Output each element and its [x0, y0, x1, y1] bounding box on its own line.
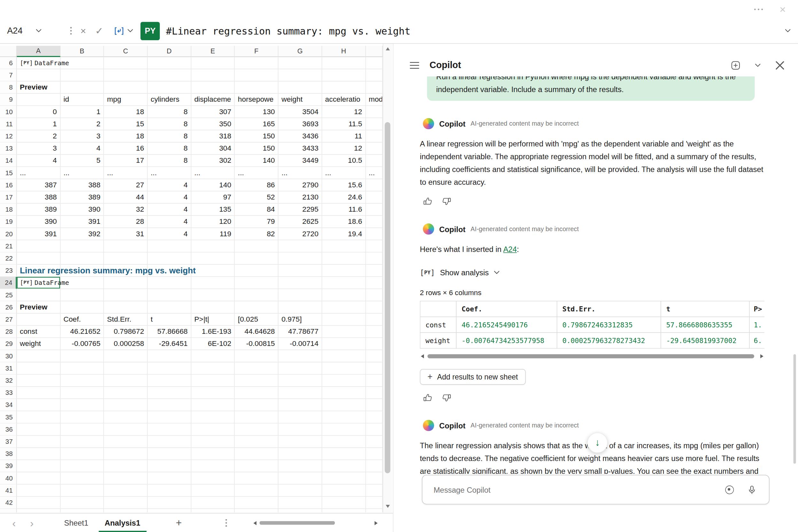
cell-C42[interactable] [104, 497, 147, 509]
cell-B39[interactable] [60, 460, 104, 472]
cell-B21[interactable] [60, 240, 104, 252]
horizontal-scrollbar-thumb[interactable] [260, 521, 335, 525]
cell-I17[interactable] [366, 191, 383, 204]
cell-F31[interactable] [235, 362, 279, 374]
row-header-18[interactable]: 18 [0, 204, 17, 216]
cell-A28[interactable]: const [17, 326, 60, 338]
cell-E40[interactable] [191, 472, 235, 484]
cell-D15[interactable]: ... [148, 167, 191, 179]
cell-E11[interactable]: 350 [191, 118, 235, 130]
cell-A21[interactable] [17, 240, 60, 252]
cell-D22[interactable] [148, 252, 191, 265]
row-header-29[interactable]: 29 [0, 338, 17, 350]
cell-D36[interactable] [148, 423, 191, 435]
cell-G18[interactable]: 2295 [279, 204, 322, 216]
cell-A10[interactable]: 0 [17, 106, 60, 118]
cell-B34[interactable] [60, 399, 104, 411]
cell-D13[interactable]: 8 [148, 142, 191, 155]
cell-I16[interactable] [366, 179, 383, 191]
cell-E8[interactable] [191, 81, 235, 94]
cell-H19[interactable]: 18.6 [322, 216, 365, 228]
cell-D8[interactable] [148, 81, 191, 94]
column-header-H[interactable]: H [322, 46, 365, 57]
cell-H33[interactable] [322, 387, 365, 399]
cell-F17[interactable]: 52 [235, 191, 279, 204]
cell-H11[interactable]: 11.5 [322, 118, 365, 130]
new-chat-icon[interactable] [731, 60, 740, 70]
cell-H42[interactable] [322, 497, 365, 509]
cancel-icon[interactable]: × [80, 26, 86, 36]
row-header-28[interactable]: 28 [0, 326, 17, 338]
table-horizontal-scrollbar[interactable] [420, 353, 764, 360]
cell-E42[interactable] [191, 497, 235, 509]
cell-G43[interactable] [279, 509, 322, 513]
cell-I20[interactable] [366, 228, 383, 240]
cell-D26[interactable] [148, 301, 191, 313]
row-header-36[interactable]: 36 [0, 423, 17, 435]
cell-A42[interactable] [17, 497, 60, 509]
cell-E29[interactable]: 6E-102 [191, 338, 235, 350]
cell-C34[interactable] [104, 399, 147, 411]
table-scrollbar-thumb[interactable] [428, 354, 754, 358]
cell-B19[interactable]: 391 [60, 216, 104, 228]
row-header-22[interactable]: 22 [0, 252, 17, 265]
cell-D33[interactable] [148, 387, 191, 399]
cell-F41[interactable] [235, 484, 279, 496]
cell-B42[interactable] [60, 497, 104, 509]
cell-F7[interactable] [235, 69, 279, 81]
cell-F23[interactable] [235, 265, 279, 277]
cell-B32[interactable] [60, 375, 104, 387]
cell-F13[interactable]: 150 [235, 142, 279, 155]
row-header-19[interactable]: 19 [0, 216, 17, 228]
cell-C6[interactable] [104, 57, 147, 69]
cell-E41[interactable] [191, 484, 235, 496]
cell-E27[interactable]: P>|t| [191, 314, 235, 326]
cell-C27[interactable]: Std.Err. [104, 314, 147, 326]
cell-A34[interactable] [17, 399, 60, 411]
cell-G15[interactable]: ... [279, 167, 322, 179]
column-header-B[interactable]: B [60, 46, 104, 57]
cell-I8[interactable] [366, 81, 383, 94]
copilot-logo-icon[interactable] [725, 485, 734, 494]
cell-F35[interactable] [235, 411, 279, 423]
cell-C38[interactable] [104, 448, 147, 460]
cell-I27[interactable] [366, 314, 383, 326]
cell-D18[interactable]: 4 [148, 204, 191, 216]
cell-F29[interactable]: -0.00815 [235, 338, 279, 350]
window-more-options-icon[interactable] [758, 8, 759, 10]
cell-G16[interactable]: 2790 [279, 179, 322, 191]
cell-D20[interactable]: 4 [148, 228, 191, 240]
cell-G27[interactable]: 0.975] [279, 314, 322, 326]
cell-C28[interactable]: 0.798672 [104, 326, 147, 338]
cell-C15[interactable]: ... [104, 167, 147, 179]
cell-H34[interactable] [322, 399, 365, 411]
cell-I42[interactable] [366, 497, 383, 509]
cell-E20[interactable]: 119 [191, 228, 235, 240]
row-header-30[interactable]: 30 [0, 350, 17, 362]
cell-I25[interactable] [366, 289, 383, 301]
cell-A6[interactable]: [PY]DataFrame [17, 57, 60, 69]
cell-H18[interactable]: 11.6 [322, 204, 365, 216]
cell-E37[interactable] [191, 436, 235, 448]
cell-I43[interactable] [366, 509, 383, 513]
cell-F8[interactable] [235, 81, 279, 94]
prev-sheet-icon[interactable]: ‹ [12, 517, 16, 529]
cell-B20[interactable]: 392 [60, 228, 104, 240]
cell-C41[interactable] [104, 484, 147, 496]
cell-I36[interactable] [366, 423, 383, 435]
cell-C24[interactable] [104, 277, 147, 289]
cell-E14[interactable]: 302 [191, 155, 235, 167]
formula-bar-handle-icon[interactable] [70, 30, 72, 32]
cell-G32[interactable] [279, 375, 322, 387]
cell-D39[interactable] [148, 460, 191, 472]
cell-B10[interactable]: 1 [60, 106, 104, 118]
cell-E25[interactable] [191, 289, 235, 301]
cell-C26[interactable] [104, 301, 147, 313]
show-analysis-toggle[interactable]: [PY] Show analysis [420, 268, 764, 277]
cell-C18[interactable]: 32 [104, 204, 147, 216]
cell-D17[interactable]: 4 [148, 191, 191, 204]
cell-G10[interactable]: 3504 [279, 106, 322, 118]
cell-C8[interactable] [104, 81, 147, 94]
cell-E35[interactable] [191, 411, 235, 423]
cell-B9[interactable]: id [60, 94, 104, 106]
